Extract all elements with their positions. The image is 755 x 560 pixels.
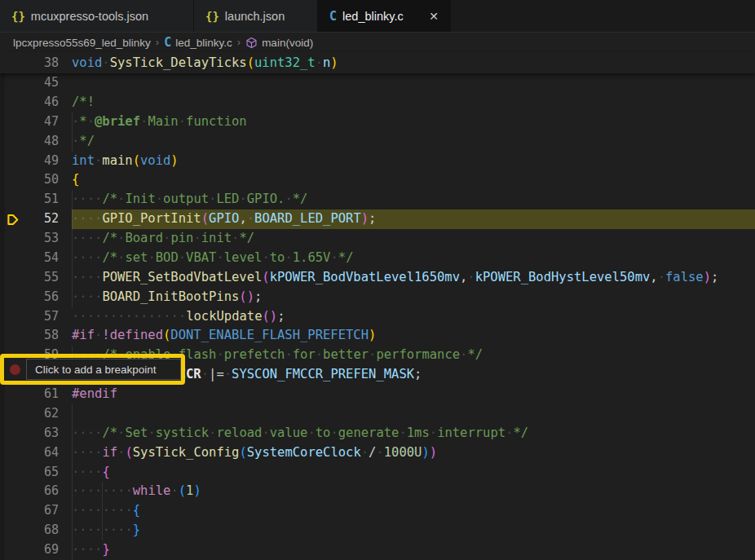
line-number[interactable]: 55	[24, 268, 59, 288]
code-line-content[interactable]	[72, 404, 755, 424]
code-token: ,·	[460, 270, 475, 284]
code-line-content[interactable]: ····{	[72, 463, 755, 483]
code-token: kPOWER_BodHystLevel50mv	[475, 270, 651, 284]
code-line-content[interactable]: #if·!defined(DONT_ENABLE_FLASH_PREFETCH)	[72, 326, 755, 346]
code-line-content[interactable]: {	[72, 170, 755, 190]
code-line-content[interactable]: ····if·(SysTick_Config(SystemCoreClock·/…	[72, 443, 755, 463]
code-token: (	[239, 289, 246, 304]
line-number[interactable]: 45	[24, 73, 59, 93]
code-line-content[interactable]	[72, 73, 755, 93]
tab-led-blinky-c[interactable]: C led_blinky.c ✕	[318, 0, 451, 32]
line-number[interactable]: 47	[24, 112, 59, 132]
line-number[interactable]: 46	[24, 93, 59, 112]
code-line-content[interactable]: ·*/	[72, 132, 755, 152]
line-number[interactable]: 58	[24, 326, 59, 346]
line-number[interactable]: 52	[24, 209, 59, 229]
code-line-content[interactable]: ····/*·set·BOD·VBAT·level·to·1.65V·*/	[72, 249, 755, 268]
tab-launch-json[interactable]: {} launch.json	[194, 0, 318, 32]
code-line-content[interactable]: int·main(void)	[72, 152, 755, 171]
code-line: 52····GPIO_PortInit(GPIO,·BOARD_LED_PORT…	[0, 209, 755, 229]
code-line-content[interactable]: ····/*·Set·systick·reload·value·to·gener…	[72, 424, 755, 443]
code-line-content[interactable]: ····/*·Init·output·LED·GPIO.·*/	[72, 190, 755, 209]
code-line-content[interactable]: ·*·@brief·Main·function	[72, 112, 755, 132]
indent-guide	[72, 443, 73, 463]
glyph-margin[interactable]	[0, 501, 24, 521]
code-token: (	[201, 211, 209, 226]
line-number[interactable]: 51	[24, 190, 59, 209]
line-number[interactable]: 50	[24, 170, 59, 190]
glyph-margin[interactable]	[0, 404, 24, 424]
code-line-content[interactable]: ···············lockUpdate();	[72, 307, 755, 327]
glyph-margin[interactable]	[0, 521, 24, 540]
line-number[interactable]: 53	[24, 229, 59, 249]
code-line-content[interactable]: ····BOARD_InitBootPins();	[72, 288, 755, 307]
code-line-content[interactable]: ········}	[72, 521, 755, 540]
glyph-margin[interactable]	[0, 540, 24, 560]
breadcrumb-item-project[interactable]: lpcxpresso55s69_led_blinky	[13, 37, 151, 49]
glyph-margin[interactable]	[0, 93, 24, 112]
code-line-content[interactable]: ····POWER_SetBodVbatLevel(kPOWER_BodVbat…	[72, 268, 755, 288]
glyph-margin[interactable]	[0, 424, 24, 443]
code-line-content[interactable]: ····/*·Board·pin·init·*/	[72, 229, 755, 249]
line-number[interactable]: 68	[24, 521, 59, 540]
c-file-icon: C	[164, 35, 171, 50]
code-line-content[interactable]: void·SysTick_DelayTicks(uint32_t·n)	[72, 52, 755, 73]
glyph-margin[interactable]	[0, 326, 24, 346]
breakpoint-gutter-area[interactable]	[4, 364, 26, 375]
line-number[interactable]: 65	[24, 463, 59, 483]
line-number[interactable]: 62	[24, 404, 59, 424]
line-number[interactable]: 67	[24, 501, 59, 521]
code-line-content[interactable]: ········{	[72, 501, 755, 521]
line-number[interactable]: 38	[24, 52, 59, 73]
code-token: ···············	[72, 309, 186, 324]
glyph-margin[interactable]	[0, 112, 24, 132]
sticky-scroll-line[interactable]: 38void·SysTick_DelayTicks(uint32_t·n)	[0, 52, 755, 73]
code-token: ·*/	[72, 134, 95, 148]
glyph-margin[interactable]	[0, 190, 24, 209]
glyph-margin[interactable]	[0, 152, 24, 171]
code-token: SysTick_Config	[133, 445, 240, 460]
line-number[interactable]: 64	[24, 443, 59, 463]
code-token: POWER_SetBodVbatLevel	[102, 270, 262, 284]
tab-mcuxpresso-tools-json[interactable]: {} mcuxpresso-tools.json	[0, 0, 194, 32]
code-token: /*·Board·pin·init·*/	[102, 231, 254, 245]
line-number[interactable]: 63	[24, 424, 59, 443]
code-line: 51····/*·Init·output·LED·GPIO.·*/	[0, 190, 755, 209]
glyph-margin[interactable]	[0, 443, 24, 463]
line-number[interactable]: 49	[24, 152, 59, 171]
breakpoint-preview-dot-icon[interactable]	[10, 364, 20, 375]
code-line-content[interactable]: /*!	[72, 93, 755, 112]
line-number[interactable]: 48	[24, 132, 59, 152]
line-number[interactable]: 56	[24, 288, 59, 307]
breadcrumb-item-file[interactable]: C led_blinky.c	[164, 35, 232, 50]
code-token: ····	[72, 465, 102, 479]
code-token: (	[247, 55, 254, 70]
glyph-margin[interactable]	[0, 229, 24, 249]
line-number[interactable]: 61	[24, 385, 59, 404]
code-line-content[interactable]: ····}	[72, 540, 755, 560]
glyph-margin[interactable]	[0, 385, 24, 404]
code-line-content[interactable]: #endif	[72, 385, 755, 404]
line-number[interactable]: 57	[24, 307, 59, 327]
glyph-margin[interactable]	[0, 307, 24, 327]
glyph-margin[interactable]	[0, 170, 24, 190]
glyph-margin[interactable]	[0, 288, 24, 307]
glyph-margin[interactable]	[0, 73, 24, 93]
close-tab-icon[interactable]: ✕	[427, 9, 440, 24]
code-token: ····	[72, 250, 102, 265]
glyph-margin[interactable]	[0, 268, 24, 288]
glyph-margin[interactable]	[0, 132, 24, 152]
code-token: n	[323, 55, 330, 70]
breadcrumb-item-symbol[interactable]: main(void)	[245, 37, 313, 49]
line-number[interactable]: 66	[24, 482, 59, 501]
line-number[interactable]: 69	[24, 540, 59, 560]
glyph-margin[interactable]	[0, 482, 24, 501]
line-number[interactable]: 54	[24, 249, 59, 268]
debug-current-line-arrow-icon[interactable]	[0, 209, 24, 229]
glyph-margin[interactable]	[0, 463, 24, 483]
code-line-content[interactable]: ········while·(1)	[72, 482, 755, 501]
code-line-content[interactable]: ····GPIO_PortInit(GPIO,·BOARD_LED_PORT);	[72, 209, 755, 229]
glyph-margin[interactable]	[0, 52, 24, 73]
glyph-margin[interactable]	[0, 249, 24, 268]
code-line: 58#if·!defined(DONT_ENABLE_FLASH_PREFETC…	[0, 326, 755, 346]
